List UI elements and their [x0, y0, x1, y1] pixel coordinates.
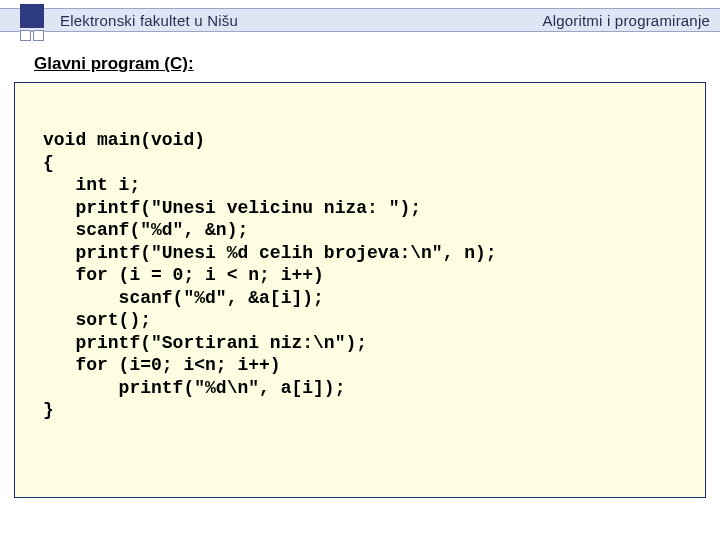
slide-header: Elektronski fakultet u Nišu Algoritmi i … [0, 8, 720, 32]
slide: Elektronski fakultet u Nišu Algoritmi i … [0, 0, 720, 540]
logo-square-icon [20, 4, 44, 28]
header-right-text: Algoritmi i programiranje [542, 12, 710, 29]
header-left-text: Elektronski fakultet u Nišu [60, 12, 238, 29]
code-block: void main(void) { int i; printf("Unesi v… [43, 129, 695, 422]
logo-bullet-icon [33, 30, 44, 41]
code-container: void main(void) { int i; printf("Unesi v… [14, 82, 706, 498]
logo-bullet-icon [20, 30, 31, 41]
section-title: Glavni program (C): [34, 54, 194, 74]
